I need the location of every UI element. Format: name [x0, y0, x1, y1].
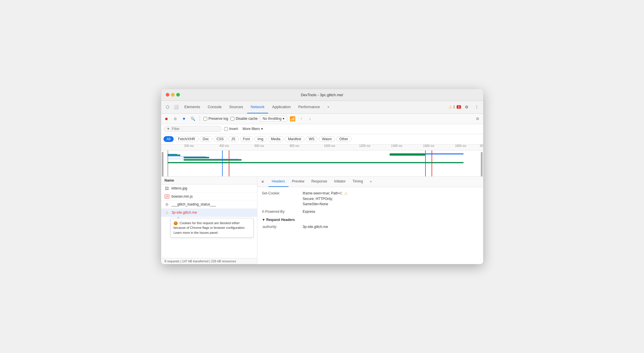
errors-badge[interactable]: 1 [457, 105, 461, 109]
tab-timing[interactable]: Timing [349, 177, 367, 187]
more-options-icon[interactable]: ⋮ [473, 103, 481, 111]
more-filters-chevron-icon: ▾ [261, 127, 263, 131]
tab-elements[interactable]: Elements [181, 101, 204, 113]
window-title: DevTools - 3pc.glitch.me/ [301, 93, 343, 97]
request-item-bowser[interactable]: JS bowser.min.js [161, 193, 257, 201]
record-button[interactable]: ⏺ [163, 115, 170, 122]
preserve-log-checkbox[interactable] [203, 117, 207, 121]
filter-toggle-button[interactable]: ▼ [181, 115, 187, 122]
network-settings-icon[interactable]: ⚙ [474, 115, 481, 122]
filter-input-wrap[interactable]: ▼ [163, 126, 222, 132]
toolbar-separator-1 [200, 116, 200, 122]
tab-more-headers[interactable]: » [367, 177, 375, 187]
devtools-window: DevTools - 3pc.glitch.me/ ⬡ ⬜ Elements C… [161, 89, 483, 264]
cookie-tooltip: 🍪 Cookies for this request are blocked e… [170, 218, 254, 238]
filter-pill-img[interactable]: Img [254, 136, 267, 142]
tab-network[interactable]: Network [247, 101, 268, 113]
throttle-chevron-icon: ▾ [283, 117, 284, 121]
tab-application[interactable]: Application [269, 101, 294, 113]
ruler-mark-1800: 1800 ms [455, 145, 466, 148]
clear-button[interactable]: ⊘ [172, 115, 179, 122]
ruler-marks: 200 ms 400 ms 600 ms 800 ms 1000 ms 1200… [163, 145, 483, 150]
cookie-icon: 🍪 [174, 221, 178, 225]
timeline-ruler: 200 ms 400 ms 600 ms 800 ms 1000 ms 1200… [161, 145, 483, 150]
tab-console[interactable]: Console [204, 101, 225, 113]
cookie-warn-icon: ⚠ [344, 191, 348, 196]
js-icon: JS [165, 194, 169, 199]
vline-start [168, 150, 168, 177]
filter-pill-js[interactable]: JS [228, 136, 239, 142]
headers-tabs: ✕ Headers Preview Response Initiator Tim… [257, 177, 483, 187]
list-header: Name [161, 177, 257, 185]
filter-input[interactable] [172, 127, 207, 131]
scroll-handle-left [162, 152, 163, 177]
invert-label[interactable]: Invert [224, 127, 238, 131]
invert-checkbox[interactable] [224, 127, 228, 131]
throttle-select[interactable]: No throttling ▾ [260, 116, 287, 122]
filter-pill-wasm[interactable]: Wasm [319, 136, 335, 142]
image-icon: 🖼 [165, 186, 169, 191]
tab-initiator[interactable]: Initiator [331, 177, 349, 187]
close-button[interactable] [166, 93, 169, 96]
filter-pill-css[interactable]: CSS [213, 136, 227, 142]
title-bar: DevTools - 3pc.glitch.me/ [161, 89, 483, 101]
vline-red-2 [432, 150, 432, 177]
pointer-icon[interactable]: ⬡ [163, 103, 172, 111]
timeline-bar-green-1 [168, 154, 180, 156]
filter-pill-other[interactable]: Other [336, 136, 351, 142]
ruler-mark-200: 200 ms [184, 145, 194, 148]
disable-cache-label[interactable]: Disable cache [230, 117, 258, 121]
filter-icon: ▼ [167, 127, 170, 131]
header-row-authority: :authority: 3p-site.glitch.me [262, 224, 478, 229]
more-filters-button[interactable]: More filters ▾ [240, 126, 265, 131]
filter-pill-fetch-xhr[interactable]: Fetch/XHR [175, 136, 198, 142]
filter-pill-doc[interactable]: Doc [200, 136, 212, 142]
timeline-bar-green-2 [184, 157, 209, 158]
maximize-button[interactable] [176, 93, 180, 96]
request-item-kittens[interactable]: 🖼 kittens.jpg [161, 185, 257, 193]
ruler-mark-1400: 1400 ms [391, 145, 402, 148]
minimize-button[interactable] [171, 93, 175, 96]
tab-headers[interactable]: Headers [268, 177, 288, 187]
filter-pill-ws[interactable]: WS [306, 136, 318, 142]
headers-content: Set-Cookie: iframe-seen=true; Path=/; ⚠ … [257, 187, 483, 264]
scroll-handle-right [481, 152, 483, 177]
ruler-mark-1600: 1600 ms [423, 145, 434, 148]
filter-pill-all[interactable]: All [163, 136, 174, 142]
tab-performance[interactable]: Performance [295, 101, 323, 113]
search-button[interactable]: 🔍 [190, 115, 196, 122]
disable-cache-checkbox[interactable] [230, 117, 234, 121]
set-cookie-line2: Secure; HTTPOnly; [303, 196, 478, 201]
ruler-mark-1200: 1200 ms [359, 145, 370, 148]
import-button[interactable]: ↑ [298, 115, 305, 122]
warning-icon: ⚠ [165, 210, 169, 215]
filter-bar: ▼ Invert More filters ▾ [161, 124, 483, 134]
warnings-badge[interactable]: ⚠ 1 [448, 105, 455, 109]
preserve-log-label[interactable]: Preserve log [203, 117, 228, 121]
type-filters: All Fetch/XHR Doc CSS JS Font Img Media … [161, 134, 483, 145]
filter-pill-media[interactable]: Media [268, 136, 284, 142]
close-panel-button[interactable]: ✕ [260, 178, 266, 185]
tab-sources[interactable]: Sources [226, 101, 247, 113]
device-toggle-icon[interactable]: ⬜ [172, 103, 180, 111]
tab-response[interactable]: Response [308, 177, 331, 187]
set-cookie-line3: SameSite=None [303, 201, 478, 207]
filter-pill-manifest[interactable]: Manifest [285, 136, 304, 142]
timeline-bar-blue-right [425, 153, 464, 154]
request-item-glitch[interactable]: ⚙ ___glitch_loading_status___ [161, 201, 257, 209]
vline-blue-1 [222, 150, 223, 177]
gear-icon: ⚙ [165, 202, 169, 207]
header-row-x-powered-by: X-Powered-By: Express [262, 209, 478, 214]
settings-icon[interactable]: ⚙ [463, 103, 471, 111]
ruler-mark-800: 800 ms [290, 145, 299, 148]
online-icon[interactable]: 📶 [289, 115, 296, 122]
request-item-3psite[interactable]: ⚠ 3p-site.glitch.me [161, 209, 257, 217]
filter-pill-font[interactable]: Font [240, 136, 253, 142]
vline-blue-2 [425, 150, 426, 177]
tab-more[interactable]: » [324, 101, 333, 113]
request-headers-section[interactable]: ▼ Request Headers [262, 218, 478, 222]
timeline-graph [161, 150, 483, 177]
export-button[interactable]: ↓ [307, 115, 313, 122]
tab-preview[interactable]: Preview [288, 177, 308, 187]
main-area: Name 🖼 kittens.jpg JS bowser.min.js ⚙ __… [161, 177, 483, 264]
